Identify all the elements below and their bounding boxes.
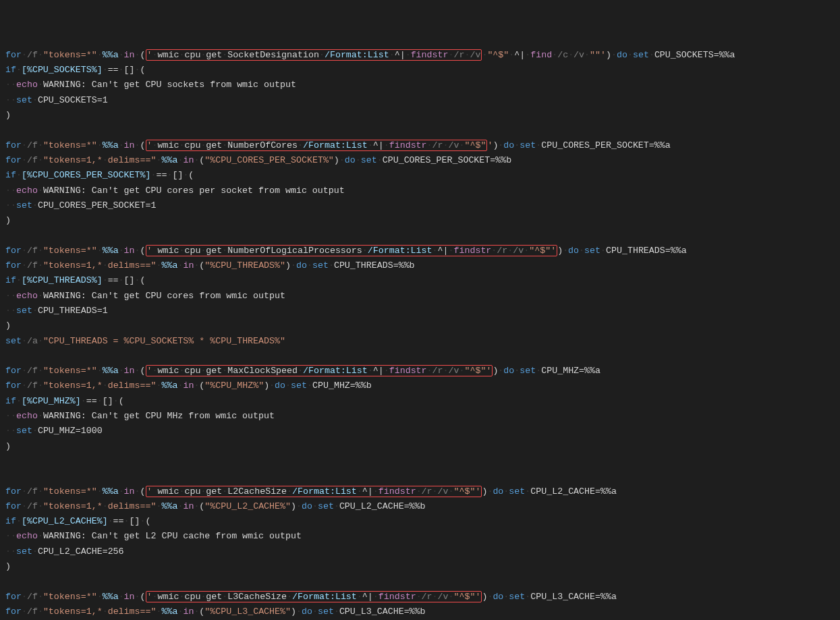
keyword-echo: echo	[16, 411, 38, 421]
keyword-if: if	[5, 396, 16, 406]
keyword-echo: echo	[16, 291, 38, 301]
wmic-command-highlight: '·wmic·cpu·get·NumberOfCores·/Format:Lis…	[146, 140, 488, 151]
keyword-do: do	[493, 592, 503, 602]
code-editor[interactable]: for·/f·"tokens=*"·%%a·in·('·wmic·cpu·get…	[5, 48, 835, 620]
keyword-echo: echo	[16, 531, 38, 541]
warning-text: WARNING: Can't get CPU cores per socket …	[43, 186, 345, 196]
keyword-set: set	[584, 246, 600, 256]
keyword-do: do	[503, 366, 514, 376]
keyword-do: do	[568, 246, 579, 256]
keyword-for: for	[5, 366, 22, 376]
keyword-set: set	[509, 592, 525, 602]
keyword-for: for	[5, 592, 22, 602]
keyword-if: if	[5, 170, 16, 180]
keyword-for: for	[5, 50, 22, 60]
keyword-for: for	[5, 246, 22, 256]
wmic-command-highlight: '·wmic·cpu·get·MaxClockSpeed·/Format:Lis…	[146, 365, 493, 376]
keyword-set: set	[509, 486, 525, 497]
warning-text: WARNING: Can't get CPU cores from wmic o…	[43, 291, 285, 301]
keyword-set: set	[520, 366, 536, 376]
keyword-do: do	[503, 140, 514, 150]
warning-text: WARNING: Can't get CPU MHz from wmic out…	[43, 411, 275, 421]
keyword-echo: echo	[16, 80, 38, 90]
keyword-set: set	[633, 50, 649, 60]
keyword-for: for	[5, 486, 22, 497]
warning-text: WARNING: Can't get CPU sockets from wmic…	[43, 80, 296, 90]
keyword-set: set	[520, 140, 536, 150]
wmic-command-highlight: '·wmic·cpu·get·SocketDesignation·/Format…	[146, 49, 482, 61]
keyword-if: if	[5, 516, 16, 526]
warning-text: WARNING: Can't get L2 CPU cache from wmi…	[43, 531, 302, 541]
wmic-command-highlight: ' wmic·cpu·get·NumberOfLogicalProcessors…	[146, 245, 558, 256]
keyword-if: if	[5, 275, 16, 285]
wmic-command-highlight: '·wmic·cpu·get·L3CacheSize·/Format:List·…	[146, 591, 482, 602]
keyword-echo: echo	[16, 186, 38, 196]
keyword-do: do	[493, 486, 503, 497]
keyword-if: if	[5, 65, 16, 75]
keyword-do: do	[617, 50, 627, 60]
keyword-for: for	[5, 140, 22, 150]
wmic-command-highlight: ' wmic·cpu·get·L2CacheSize·/Format:List·…	[146, 486, 482, 497]
